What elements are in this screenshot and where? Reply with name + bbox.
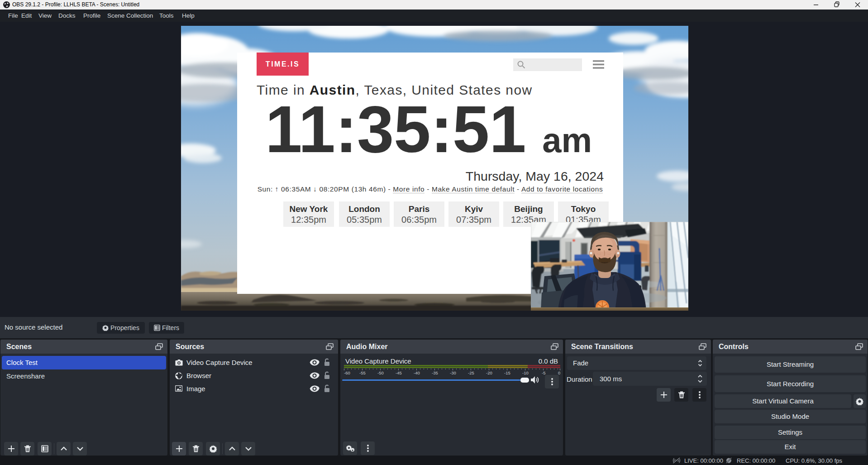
svg-text:-50: -50 (377, 370, 384, 375)
svg-text:-60: -60 (344, 370, 350, 375)
svg-text:-10: -10 (522, 370, 529, 375)
svg-text:-20: -20 (486, 370, 492, 375)
svg-text:-15: -15 (504, 370, 510, 375)
svg-text:-55: -55 (359, 370, 366, 375)
svg-text:-5: -5 (542, 370, 545, 375)
svg-text:0: 0 (558, 370, 560, 375)
svg-text:-40: -40 (414, 370, 420, 375)
svg-text:-30: -30 (450, 370, 456, 375)
svg-text:-25: -25 (468, 370, 474, 375)
svg-text:-35: -35 (432, 370, 438, 375)
svg-text:-45: -45 (396, 370, 402, 375)
